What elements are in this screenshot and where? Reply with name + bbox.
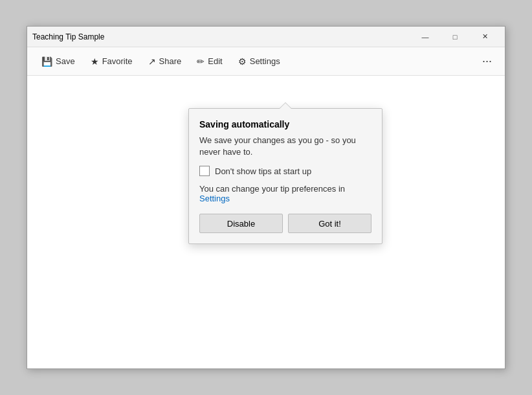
favorite-button[interactable]: ★ Favorite bbox=[84, 53, 139, 70]
tip-title: Saving automatically bbox=[199, 119, 371, 130]
disable-button[interactable]: Disable bbox=[199, 214, 283, 233]
tip-arrow bbox=[279, 102, 292, 109]
settings-label: Settings bbox=[250, 56, 280, 66]
minimize-button[interactable]: — bbox=[410, 27, 440, 47]
edit-icon: ✏ bbox=[197, 56, 205, 67]
tip-checkbox[interactable] bbox=[199, 166, 210, 176]
tip-settings-text: You can change your tip preferences in bbox=[199, 184, 345, 194]
title-bar-controls: — □ ✕ bbox=[410, 27, 500, 47]
more-button[interactable]: ··· bbox=[477, 51, 497, 71]
tip-settings-link[interactable]: Settings bbox=[199, 194, 230, 203]
gotit-button[interactable]: Got it! bbox=[288, 214, 371, 233]
share-label: Share bbox=[159, 56, 182, 66]
edit-label: Edit bbox=[208, 56, 222, 66]
tip-checkbox-row: Don't show tips at start up bbox=[199, 166, 371, 176]
share-icon: ↗ bbox=[148, 56, 156, 67]
edit-button[interactable]: ✏ Edit bbox=[190, 53, 228, 70]
tip-arrow-inner bbox=[280, 103, 291, 109]
content-area: Saving automatically We save your change… bbox=[27, 76, 505, 368]
title-bar: Teaching Tip Sample — □ ✕ bbox=[27, 27, 505, 47]
save-label: Save bbox=[56, 56, 75, 66]
save-icon: 💾 bbox=[41, 56, 52, 67]
app-window: Teaching Tip Sample — □ ✕ 💾 Save ★ Favor… bbox=[27, 26, 505, 369]
tip-description: We save your changes as you go - so you … bbox=[199, 135, 371, 158]
close-button[interactable]: ✕ bbox=[470, 27, 500, 47]
share-button[interactable]: ↗ Share bbox=[142, 53, 188, 70]
teaching-tip: Saving automatically We save your change… bbox=[188, 108, 382, 244]
star-icon: ★ bbox=[91, 56, 99, 67]
tip-settings-row: You can change your tip preferences in S… bbox=[199, 184, 371, 203]
toolbar: 💾 Save ★ Favorite ↗ Share ✏ Edit ⚙ Setti… bbox=[27, 47, 505, 76]
favorite-label: Favorite bbox=[102, 56, 133, 66]
gear-icon: ⚙ bbox=[238, 56, 247, 67]
settings-button[interactable]: ⚙ Settings bbox=[232, 53, 287, 70]
tip-footer: Disable Got it! bbox=[199, 214, 371, 233]
save-button[interactable]: 💾 Save bbox=[35, 53, 82, 70]
tip-body: Saving automatically We save your change… bbox=[189, 109, 382, 243]
tip-checkbox-label: Don't show tips at start up bbox=[215, 166, 311, 176]
window-title: Teaching Tip Sample bbox=[32, 32, 410, 41]
maximize-button[interactable]: □ bbox=[440, 27, 470, 47]
